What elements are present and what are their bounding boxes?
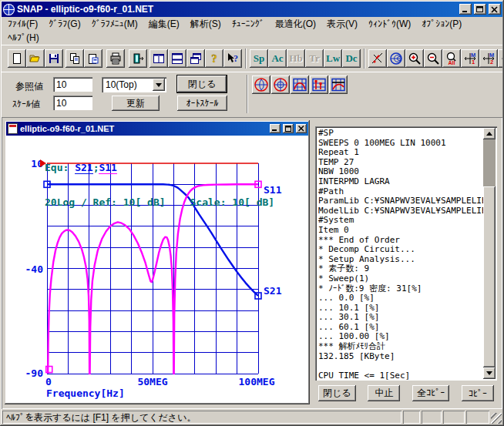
- log-scrollbar[interactable]: [483, 128, 496, 379]
- menu-item-1[interactable]: ｸﾞﾗﾌ(G): [43, 17, 86, 31]
- open-button[interactable]: [26, 49, 45, 68]
- graph-minimize-button[interactable]: [270, 124, 281, 133]
- close-button[interactable]: [489, 4, 501, 15]
- save-icon: [48, 52, 60, 65]
- minimize-button[interactable]: [459, 4, 472, 15]
- minimize-icon: [272, 126, 278, 132]
- save-button[interactable]: [45, 49, 63, 68]
- main-toolbar: ? ? SpAcHbTrLwDc All M1 M2: [2, 45, 502, 72]
- trace-s21-label[interactable]: S21: [75, 162, 92, 174]
- scroll-up-button[interactable]: [483, 128, 496, 139]
- scale-setting-text: Scale: 10[ dB]: [190, 196, 275, 208]
- smith-display-icon: [254, 77, 269, 92]
- graph-window-title: elliptic-o9-f60-r_01.NET: [20, 124, 267, 133]
- marker-m1-button[interactable]: M1: [461, 49, 479, 68]
- minimize-icon: [462, 6, 469, 13]
- resize-grip[interactable]: [491, 413, 502, 424]
- mode-button-sp[interactable]: Sp: [250, 49, 268, 68]
- zoom-in-button[interactable]: [405, 49, 424, 68]
- reference-value-input[interactable]: [53, 77, 92, 92]
- equation-label: Equ:: [45, 162, 75, 173]
- tile-vertical-button[interactable]: [150, 49, 168, 68]
- context-help-button[interactable]: ?: [223, 49, 242, 68]
- graph-maximize-button[interactable]: [283, 124, 294, 133]
- mode-button-ac[interactable]: Ac: [268, 49, 287, 68]
- menu-item-4[interactable]: 解析(S): [185, 16, 227, 32]
- exit-button[interactable]: [129, 49, 147, 68]
- polar-display-button[interactable]: [271, 75, 290, 94]
- smith-chart-icon: [389, 52, 403, 65]
- autoscale-button[interactable]: ｵｰﾄｽｹｰﾙ: [177, 96, 227, 111]
- scroll-down-button[interactable]: [483, 367, 496, 379]
- print-button[interactable]: [106, 49, 125, 68]
- zoom-all-button[interactable]: All: [442, 49, 461, 68]
- log-line: Item 0: [318, 226, 482, 236]
- log-line: 132.185 [KByte]: [318, 352, 482, 362]
- menu-item-8[interactable]: ｳｨﾝﾄﾞｳ(W): [363, 17, 416, 31]
- menu-item-3[interactable]: 編集(E): [143, 16, 185, 32]
- menu-item-9[interactable]: ｵﾌﾟｼｮﾝ(P): [416, 17, 467, 31]
- status-cell: [466, 411, 489, 424]
- log-line: [318, 361, 482, 371]
- log-abort-button[interactable]: 中止: [368, 385, 400, 401]
- log-line: Repeat 1: [318, 148, 482, 158]
- mode-button-lw[interactable]: Lw: [324, 49, 342, 68]
- smith-display-button[interactable]: [252, 75, 270, 94]
- svg-text:?: ?: [234, 53, 238, 64]
- graph-close-window-button[interactable]: [296, 124, 307, 133]
- update-button[interactable]: 更新: [112, 96, 160, 111]
- overlay-graph-icon: [331, 77, 346, 92]
- scrollbar-thumb[interactable]: [483, 186, 496, 367]
- rect-graph-icon: [292, 77, 307, 92]
- scale-value-label: ｽｹｰﾙ値: [12, 98, 40, 111]
- copy-button[interactable]: [66, 49, 84, 68]
- marker-graph-button[interactable]: [310, 75, 328, 94]
- select-dropdown-button[interactable]: [153, 79, 165, 91]
- menu-item-6[interactable]: 最適化(O): [270, 16, 321, 32]
- scale-value-input[interactable]: [53, 96, 92, 110]
- arrow-up-icon: [486, 132, 492, 136]
- reference-position-select[interactable]: 10(Top): [102, 77, 166, 92]
- paste-button[interactable]: [84, 49, 102, 68]
- analysis-log-listbox[interactable]: #SPSWEEPS 0 100MEG LIN 10001Repeat 1TEMP…: [315, 126, 497, 381]
- rect-graph-button[interactable]: [291, 75, 309, 94]
- svg-text:All: All: [449, 60, 455, 65]
- graph-close-button[interactable]: 閉じる: [177, 75, 227, 92]
- tile-horizontal-button[interactable]: [168, 49, 186, 68]
- marker-disabled-icon: [500, 52, 502, 65]
- overlay-graph-button[interactable]: [329, 75, 348, 94]
- mode-button-hb: Hb: [287, 49, 305, 68]
- help-button[interactable]: ?: [205, 49, 223, 68]
- arrow-down-icon: [486, 371, 492, 375]
- menu-item-0[interactable]: ﾍﾙﾌﾟ(H): [2, 31, 45, 45]
- menu-item-7[interactable]: 表示(V): [321, 16, 363, 32]
- window-title: SNAP - elliptic-o9-f60-r_01.NET: [17, 4, 457, 15]
- log-close-button[interactable]: 閉じる: [318, 385, 356, 401]
- print-icon: [109, 52, 122, 65]
- cascade-button[interactable]: [186, 49, 205, 68]
- menu-item-0[interactable]: ﾌｧｲﾙ(F): [2, 17, 43, 31]
- trace-s11-label[interactable]: S11: [99, 162, 116, 174]
- toolbar-separator: [247, 75, 248, 113]
- marker-m2-button[interactable]: M2: [479, 49, 498, 68]
- svg-text:?: ?: [211, 52, 217, 65]
- mode-button-dc[interactable]: Dc: [342, 49, 361, 68]
- help-icon: ?: [208, 52, 220, 65]
- menu-row-2: ﾍﾙﾌﾟ(H): [2, 31, 502, 45]
- svg-text:1: 1: [472, 59, 475, 65]
- maximize-button[interactable]: [474, 4, 486, 15]
- log-copy-all-button[interactable]: 全ｺﾋﾟｰ: [412, 385, 449, 401]
- smith-chart-button[interactable]: [387, 49, 405, 68]
- log-copy-button[interactable]: ｺﾋﾟｰ: [462, 385, 494, 401]
- marker-disabled-button: [498, 49, 502, 68]
- context-help-icon: ?: [227, 52, 239, 65]
- menu-item-2[interactable]: ｸﾞﾗﾌﾒﾆｭ(M): [86, 17, 143, 31]
- new-button[interactable]: [8, 49, 26, 68]
- tile-horizontal-icon: [171, 52, 183, 65]
- graph-canvas-area: Equ: S21;S11 20Log / Ref: 10[ dB]Scale: …: [6, 136, 308, 403]
- tuning-axes-button[interactable]: [368, 49, 387, 68]
- zoom-all-icon: All: [445, 52, 459, 65]
- menu-item-5[interactable]: ﾁｭｰﾆﾝｸﾞ: [227, 17, 270, 31]
- log-line: * Decomp Circuit...: [318, 245, 482, 255]
- zoom-out-button[interactable]: [424, 49, 442, 68]
